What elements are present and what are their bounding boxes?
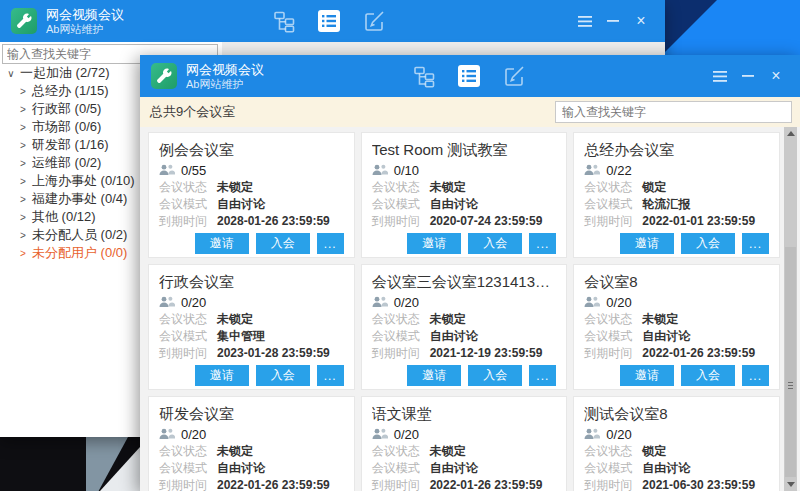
- mode-label: 会议模式: [159, 328, 217, 345]
- participants-icon: [372, 428, 388, 440]
- expire-value: 2022-01-26 23:59:59: [430, 477, 543, 491]
- mode-value: 轮流汇报: [642, 196, 690, 213]
- tree-expander-icon[interactable]: >: [17, 248, 29, 259]
- more-button[interactable]: ...: [317, 365, 344, 386]
- meeting-room-card: 会议室三会议室123141324141三会... 0/20 会议状态 未锁定: [361, 264, 568, 390]
- tree-node[interactable]: > 运维部 (0/2): [0, 154, 140, 172]
- invite-button[interactable]: 邀请: [195, 365, 249, 386]
- invite-button[interactable]: 邀请: [620, 365, 674, 386]
- tree-node[interactable]: > 总经办 (1/15): [0, 82, 140, 100]
- tree-expander-icon[interactable]: >: [17, 176, 29, 187]
- join-button[interactable]: 入会: [256, 233, 310, 254]
- status-label: 会议状态: [584, 311, 642, 328]
- room-list-area: 例会会议室 0/55 会议状态 未锁定: [140, 127, 800, 491]
- expire-value: 2021-06-30 23:59:59: [642, 477, 755, 491]
- meeting-room-card: Test Room 测试教室 0/10 会议状态 未锁定: [361, 132, 568, 258]
- meeting-list-icon[interactable]: [317, 9, 341, 33]
- tree-node[interactable]: > 上海办事处 (0/10): [0, 172, 140, 190]
- room-count-summary: 总共9个会议室: [150, 103, 235, 121]
- wallpaper-navy-shape: [661, 0, 717, 56]
- close-icon[interactable]: ×: [633, 13, 649, 29]
- room-title: 行政会议室: [159, 271, 344, 292]
- invite-button[interactable]: 邀请: [407, 233, 461, 254]
- join-button[interactable]: 入会: [681, 365, 735, 386]
- tree-expander-icon[interactable]: >: [17, 140, 29, 151]
- meeting-list-icon[interactable]: [457, 64, 481, 88]
- tree-node[interactable]: > 未分配用户 (0/0): [0, 244, 140, 262]
- room-title: 会议室8: [584, 271, 769, 292]
- join-button[interactable]: 入会: [468, 365, 522, 386]
- status-value: 未锁定: [217, 311, 253, 328]
- expire-label: 到期时间: [584, 213, 642, 230]
- menu-icon[interactable]: [577, 13, 593, 29]
- expire-value: 2021-12-19 23:59:59: [430, 345, 543, 362]
- participant-count: 0/20: [181, 427, 206, 442]
- status-label: 会议状态: [372, 443, 430, 460]
- expire-value: 2028-01-26 23:59:59: [217, 213, 330, 230]
- tree-node-label: 一起加油 (2/72): [20, 64, 110, 82]
- room-search-input[interactable]: [555, 101, 792, 123]
- tree-expander-icon[interactable]: >: [17, 86, 29, 97]
- tree-expander-icon[interactable]: >: [17, 122, 29, 133]
- meeting-room-card: 研发会议室 0/20 会议状态 未锁定: [148, 396, 355, 491]
- tree-expander-icon[interactable]: >: [17, 158, 29, 169]
- compose-icon[interactable]: [502, 64, 526, 88]
- back-window-content-strip: [222, 42, 665, 56]
- tree-node[interactable]: > 研发部 (1/16): [0, 136, 140, 154]
- tree-node[interactable]: > 市场部 (0/6): [0, 118, 140, 136]
- more-button[interactable]: ...: [742, 233, 769, 254]
- mode-value: 自由讨论: [217, 460, 265, 477]
- expire-label: 到期时间: [372, 477, 430, 491]
- more-button[interactable]: ...: [529, 365, 556, 386]
- vertical-scrollbar[interactable]: [784, 127, 797, 491]
- tree-expander-icon[interactable]: >: [17, 194, 29, 205]
- app-logo: [151, 63, 177, 89]
- invite-button[interactable]: 邀请: [195, 233, 249, 254]
- minimize-icon[interactable]: [605, 13, 621, 29]
- mode-value: 自由讨论: [430, 460, 478, 477]
- mode-value: 自由讨论: [430, 328, 478, 345]
- org-chart-icon[interactable]: [412, 64, 436, 88]
- tree-expander-icon[interactable]: ∨: [5, 68, 17, 79]
- tree-node[interactable]: > 其他 (0/12): [0, 208, 140, 226]
- tree-node[interactable]: ∨ 一起加油 (2/72): [0, 64, 140, 82]
- window-subtitle: Ab网站维护: [186, 78, 264, 91]
- invite-button[interactable]: 邀请: [407, 365, 461, 386]
- status-label: 会议状态: [584, 179, 642, 196]
- participant-count: 0/55: [181, 163, 206, 178]
- menu-icon[interactable]: [712, 68, 728, 84]
- minimize-icon[interactable]: [740, 68, 756, 84]
- join-button[interactable]: 入会: [681, 233, 735, 254]
- tree-expander-icon[interactable]: >: [17, 104, 29, 115]
- compose-icon[interactable]: [362, 9, 386, 33]
- tree-expander-icon[interactable]: >: [17, 230, 29, 241]
- participant-count: 0/20: [606, 295, 631, 310]
- status-label: 会议状态: [372, 311, 430, 328]
- org-chart-icon[interactable]: [272, 9, 296, 33]
- more-button[interactable]: ...: [317, 233, 344, 254]
- tree-expander-icon[interactable]: >: [17, 212, 29, 223]
- expire-label: 到期时间: [159, 213, 217, 230]
- status-value: 未锁定: [430, 443, 466, 460]
- invite-button[interactable]: 邀请: [620, 233, 674, 254]
- more-button[interactable]: ...: [742, 365, 769, 386]
- close-icon[interactable]: ×: [768, 68, 784, 84]
- tree-node[interactable]: > 福建办事处 (0/4): [0, 190, 140, 208]
- tree-node[interactable]: > 未分配人员 (0/2): [0, 226, 140, 244]
- participants-icon: [372, 164, 388, 176]
- scroll-down-icon[interactable]: [784, 478, 797, 491]
- join-button[interactable]: 入会: [256, 365, 310, 386]
- wrench-icon: [155, 67, 173, 85]
- join-button[interactable]: 入会: [468, 233, 522, 254]
- expire-label: 到期时间: [372, 213, 430, 230]
- participant-count: 0/20: [181, 295, 206, 310]
- scrollbar-thumb[interactable]: [785, 247, 796, 477]
- mode-label: 会议模式: [584, 460, 642, 477]
- scroll-up-icon[interactable]: [784, 127, 797, 140]
- tree-node[interactable]: > 行政部 (0/5): [0, 100, 140, 118]
- tree-node-label: 运维部 (0/2): [32, 154, 101, 172]
- meeting-room-card: 测试会议室8 0/20 会议状态 锁定: [573, 396, 780, 491]
- meeting-room-card: 语文课堂 0/20 会议状态 未锁定: [361, 396, 568, 491]
- expire-label: 到期时间: [159, 477, 217, 491]
- more-button[interactable]: ...: [529, 233, 556, 254]
